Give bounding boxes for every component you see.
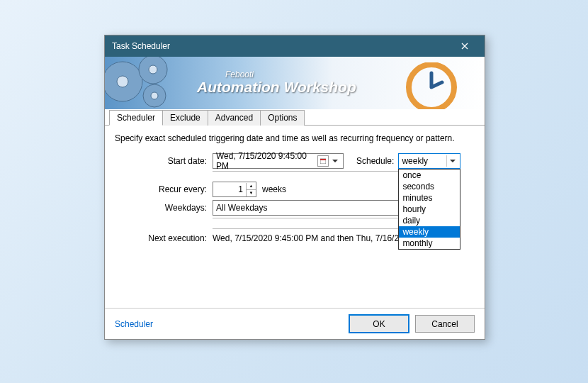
svg-point-5 <box>151 92 158 99</box>
banner-line1: Febooti <box>225 70 356 79</box>
instruction-text: Specify exact scheduled triggering date … <box>115 133 475 143</box>
window-title: Task Scheduler <box>112 41 451 51</box>
titlebar: Task Scheduler <box>105 35 485 57</box>
weekdays-value: All Weekdays <box>216 203 267 213</box>
schedule-option-weekly[interactable]: weekly <box>399 226 460 238</box>
start-date-value: Wed, 7/15/2020 9:45:00 PM <box>216 151 316 171</box>
banner-text: Febooti Automation Workshop <box>197 70 356 94</box>
chevron-down-icon <box>446 155 458 167</box>
recur-label: Recur every: <box>115 184 213 194</box>
schedule-selected: weekly <box>402 156 446 166</box>
close-icon <box>461 43 468 50</box>
start-date-input[interactable]: Wed, 7/15/2020 9:45:00 PM <box>213 153 344 169</box>
spinner-up-icon[interactable]: ▲ <box>247 183 256 189</box>
weeks-label: weeks <box>262 184 286 194</box>
tab-scheduler[interactable]: Scheduler <box>109 110 163 126</box>
close-button[interactable] <box>451 36 479 56</box>
weekdays-input[interactable]: All Weekdays <box>213 200 400 216</box>
dialog-footer: Scheduler OK Cancel <box>105 308 485 339</box>
cancel-button[interactable]: Cancel <box>415 315 475 333</box>
schedule-option-daily[interactable]: daily <box>399 215 460 226</box>
start-date-label: Start date: <box>115 156 213 166</box>
svg-point-3 <box>149 65 157 74</box>
tab-bar: SchedulerExcludeAdvancedOptions <box>105 109 485 126</box>
schedule-option-once[interactable]: once <box>399 170 460 181</box>
schedule-option-hourly[interactable]: hourly <box>399 204 460 215</box>
spinner-down-icon[interactable]: ▼ <box>247 189 256 196</box>
banner: Febooti Automation Workshop <box>105 57 485 110</box>
gears-icon <box>105 57 204 110</box>
svg-point-1 <box>117 76 128 87</box>
tab-exclude[interactable]: Exclude <box>162 110 208 126</box>
next-exec-label: Next execution: <box>115 233 213 243</box>
task-scheduler-dialog: Task Scheduler Febooti Automation Worksh… <box>104 35 485 340</box>
chevron-down-icon[interactable] <box>330 156 340 166</box>
schedule-dropdown: oncesecondsminuteshourlydailyweeklymonth… <box>398 169 460 250</box>
recur-spinner[interactable]: ▲ ▼ <box>213 182 256 197</box>
banner-line2: Automation Workshop <box>197 79 356 94</box>
ok-button[interactable]: OK <box>349 314 409 333</box>
tab-advanced[interactable]: Advanced <box>208 110 261 126</box>
svg-rect-8 <box>320 159 326 160</box>
scheduler-link[interactable]: Scheduler <box>115 319 153 329</box>
schedule-combo[interactable]: weekly oncesecondsminuteshourlydailyweek… <box>398 153 460 169</box>
schedule-option-seconds[interactable]: seconds <box>399 181 460 192</box>
schedule-option-monthly[interactable]: monthly <box>399 238 460 249</box>
tab-content: Specify exact scheduled triggering date … <box>105 126 485 308</box>
clock-icon <box>400 62 463 110</box>
calendar-picker-icon[interactable] <box>317 155 329 167</box>
schedule-label: Schedule: <box>356 156 394 166</box>
tab-options[interactable]: Options <box>260 110 305 126</box>
weekdays-label: Weekdays: <box>115 203 213 213</box>
schedule-option-minutes[interactable]: minutes <box>399 192 460 204</box>
recur-input[interactable] <box>213 184 246 195</box>
